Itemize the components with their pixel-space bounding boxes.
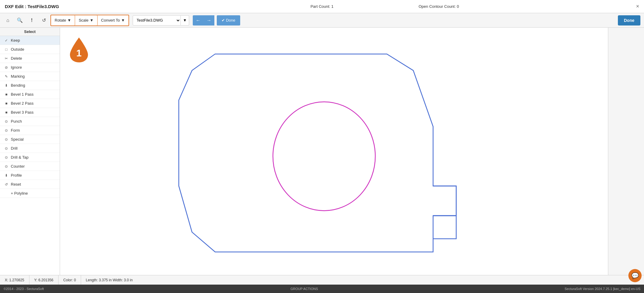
sidebar-label-reset: Reset <box>11 182 56 187</box>
sidebar-item-drilltap[interactable]: ⊙ Drill & Tap <box>0 153 60 162</box>
nav-group: ← → <box>193 15 214 25</box>
version-info: SecturaSoft Version 2024.7.25.1 [kec_dem… <box>564 287 640 291</box>
done-button[interactable]: ✔ Done <box>217 15 240 25</box>
dxf-drawing <box>60 28 608 275</box>
svg-text:1: 1 <box>76 48 82 58</box>
special-icon: ⊙ <box>4 137 9 142</box>
outside-icon: □ <box>4 47 9 52</box>
sidebar-item-ignore[interactable]: ⊘ Ignore <box>0 63 60 72</box>
alert-icon: ! <box>31 18 32 23</box>
sidebar-label-marking: Marking <box>11 74 56 79</box>
next-button[interactable]: → <box>204 15 214 25</box>
marking-icon: ✎ <box>4 74 9 79</box>
main-layout: Select ✓ Keep □ Outside ✂ Delete ⊘ Ignor… <box>0 28 644 275</box>
sidebar-label-drilltap: Drill & Tap <box>11 155 56 160</box>
copyright: ©2014 - 2023 - SecturaSoft <box>4 287 44 291</box>
sidebar-label-bevel2: Bevel 2 Pass <box>11 101 56 106</box>
ignore-icon: ⊘ <box>4 65 9 70</box>
file-chevron-icon[interactable]: ▼ <box>181 15 189 25</box>
sidebar-label-bevel3: Bevel 3 Pass <box>11 110 56 115</box>
sidebar-item-delete[interactable]: ✂ Delete <box>0 54 60 63</box>
home-button[interactable]: ⌂ <box>2 15 13 26</box>
sidebar-label-profile: Profile <box>11 173 56 178</box>
x-coord: X: 1.270825 <box>0 275 29 285</box>
sidebar-label-bending: Bending <box>11 83 56 88</box>
scale-dropdown[interactable]: Scale ▼ <box>75 15 97 25</box>
bevel3-icon: ■ <box>4 110 9 115</box>
sidebar-item-punch[interactable]: ⊙ Punch <box>0 117 60 126</box>
rotate-dropdown[interactable]: Rotate ▼ <box>51 15 75 25</box>
title-bar: DXF Edit : TestFile3.DWG Part Count: 1 O… <box>0 0 644 13</box>
convert-chevron-icon: ▼ <box>121 18 125 22</box>
sidebar-header: Select <box>0 28 60 36</box>
alert-button[interactable]: ! <box>26 15 37 26</box>
bevel1-icon: ■ <box>4 92 9 97</box>
prev-icon: ← <box>196 18 201 23</box>
svg-point-2 <box>273 102 375 211</box>
chat-button[interactable]: 💬 <box>628 269 642 282</box>
drop-shape-svg: 1 <box>68 36 89 63</box>
search-icon: 🔍 <box>17 17 23 23</box>
sidebar-item-bevel3[interactable]: ■ Bevel 3 Pass <box>0 108 60 117</box>
sidebar-item-bevel2[interactable]: ■ Bevel 2 Pass <box>0 99 60 108</box>
sidebar-item-marking[interactable]: ✎ Marking <box>0 72 60 81</box>
sidebar-label-punch: Punch <box>11 119 56 124</box>
sidebar-label-counter: Counter <box>11 164 56 169</box>
app-title: DXF Edit : TestFile3.DWG <box>5 4 59 9</box>
prev-button[interactable]: ← <box>193 15 204 25</box>
undo-button[interactable]: ↺ <box>38 15 49 26</box>
sidebar-item-form[interactable]: ⊙ Form <box>0 126 60 135</box>
convert-to-dropdown[interactable]: Convert To ▼ <box>98 15 129 25</box>
chat-icon: 💬 <box>631 272 639 279</box>
sidebar-label-bevel1: Bevel 1 Pass <box>11 92 56 97</box>
sidebar-item-keep[interactable]: ✓ Keep <box>0 36 60 45</box>
drilltap-icon: ⊙ <box>4 155 9 160</box>
sidebar-label-delete: Delete <box>11 56 56 61</box>
sidebar-item-bending[interactable]: ⬇ Bending <box>0 81 60 90</box>
bending-icon: ⬇ <box>4 83 9 88</box>
sidebar-item-special[interactable]: ⊙ Special <box>0 135 60 144</box>
sidebar-item-drill[interactable]: ⊙ Drill <box>0 144 60 153</box>
next-icon: → <box>207 18 211 23</box>
form-icon: ⊙ <box>4 128 9 133</box>
dimensions-info: Length: 3.375 in Width: 3.0 in <box>81 275 644 285</box>
window-close-button[interactable]: × <box>636 3 639 10</box>
delete-icon: ✂ <box>4 56 9 61</box>
sidebar-item-reset[interactable]: ↺ Reset <box>0 180 60 189</box>
sidebar-item-outside[interactable]: □ Outside <box>0 45 60 54</box>
file-select-wrapper: TestFile3.DWG ▼ <box>133 15 189 25</box>
bevel2-icon: ■ <box>4 101 9 106</box>
sidebar-label-outside: Outside <box>11 47 56 52</box>
scale-chevron-icon: ▼ <box>90 18 94 22</box>
sidebar-label-drill: Drill <box>11 146 56 151</box>
counter-icon: ⊙ <box>4 164 9 169</box>
sidebar-item-counter[interactable]: ⊙ Counter <box>0 162 60 171</box>
color-info: Color: 0 <box>59 275 81 285</box>
sidebar-label-keep: Keep <box>11 38 56 43</box>
rotate-chevron-icon: ▼ <box>67 18 71 22</box>
search-button[interactable]: 🔍 <box>14 15 25 26</box>
home-icon: ⌂ <box>6 18 9 23</box>
transform-group: Rotate ▼ Scale ▼ Convert To ▼ <box>50 15 129 26</box>
sidebar: Select ✓ Keep □ Outside ✂ Delete ⊘ Ignor… <box>0 28 60 275</box>
svg-marker-1 <box>179 54 456 252</box>
footer: ©2014 - 2023 - SecturaSoft GROUP ACTIONS… <box>0 285 644 293</box>
sidebar-item-bevel1[interactable]: ■ Bevel 1 Pass <box>0 90 60 99</box>
sidebar-label-special: Special <box>11 137 56 142</box>
punch-icon: ⊙ <box>4 119 9 124</box>
canvas-area[interactable]: 1 <box>60 28 608 275</box>
status-bar: X: 1.270825 Y: 6.201356 Color: 0 Length:… <box>0 275 644 285</box>
y-coord: Y: 6.201356 <box>29 275 59 285</box>
drop-badge: 1 <box>68 36 89 63</box>
right-panel <box>608 28 644 275</box>
part-count: Part Count: 1 <box>310 4 334 9</box>
sidebar-item-polyline[interactable]: + Polyline <box>0 189 60 198</box>
file-select[interactable]: TestFile3.DWG <box>133 15 181 25</box>
reset-icon: ↺ <box>4 182 9 187</box>
group-actions: GROUP ACTIONS <box>291 287 318 291</box>
toolbar: ⌂ 🔍 ! ↺ Rotate ▼ Scale ▼ Convert To ▼ Te… <box>0 13 644 28</box>
profile-icon: ⬇ <box>4 173 9 178</box>
main-done-button[interactable]: Done <box>618 15 640 25</box>
sidebar-label-polyline: + Polyline <box>11 191 56 196</box>
sidebar-item-profile[interactable]: ⬇ Profile <box>0 171 60 180</box>
